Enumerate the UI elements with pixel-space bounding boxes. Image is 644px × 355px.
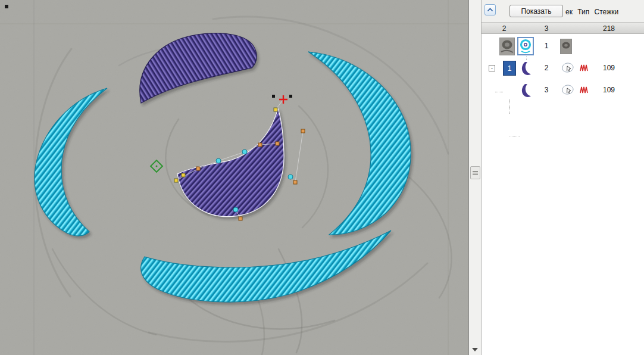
node-point[interactable] [233,207,238,212]
purple-crescent-icon [520,60,534,76]
tree-connector [509,99,510,114]
stitch-count: 109 [598,64,620,72]
total-colors: 2 [491,24,517,33]
control-point[interactable] [239,217,242,220]
scroll-down-arrow[interactable] [472,348,478,351]
object-row-selected[interactable]: - 1 2 [482,58,644,79]
black-dot [272,95,275,98]
stitch-count: 109 [598,86,620,94]
design-canvas-area[interactable] [0,0,468,355]
control-point[interactable] [274,108,277,111]
control-point[interactable] [174,179,178,182]
control-point[interactable] [293,180,297,184]
stitch-type-icon[interactable] [579,63,590,73]
fill-shape-type-icon[interactable] [561,84,574,96]
control-point[interactable] [258,143,262,147]
red-zigzag-icon [579,85,590,95]
row-index: 3 [539,86,554,94]
purple-crescent-icon [520,82,534,98]
control-point[interactable] [276,142,279,145]
tree-connector [509,136,520,136]
embroidery-editor-window: Показать ек Тип Стежки 2 3 218 [0,0,644,355]
control-point[interactable] [182,173,185,177]
objects-table: 1 - 1 [482,34,644,355]
row-index: 1 [539,42,554,50]
design-photo-thumbnail[interactable] [560,39,572,54]
total-objects: 3 [539,24,554,33]
panel-splitter-strip[interactable] [468,0,481,355]
crescent-object-icon[interactable] [520,60,534,76]
control-point[interactable] [196,167,200,170]
node-point[interactable] [288,175,293,179]
design-preview-icon [518,38,533,54]
totals-row: 2 3 218 [482,22,644,34]
design-preview-thumbnail-selected[interactable] [517,37,534,55]
shape-cursor-icon [561,84,574,96]
control-point[interactable] [301,129,305,133]
selected-object-badge[interactable]: 1 [503,61,516,76]
panel-toolbar: Показать ек Тип Стежки [482,0,644,22]
fabric-photo-icon [500,38,514,55]
fabric-photo-thumbnail[interactable] [499,38,515,55]
row-index: 2 [539,64,554,72]
tree-collapse-toggle[interactable]: - [489,65,495,71]
chevron-up-icon [487,8,493,12]
object-row[interactable]: 3 109 [482,80,644,101]
design-group-row[interactable]: 1 [482,36,644,57]
shape-cursor-icon [561,62,574,74]
crescent-object-icon[interactable] [520,82,534,98]
show-button[interactable]: Показать [509,5,563,17]
fill-shape-type-icon[interactable] [561,62,574,74]
canvas-origin-marker [5,5,8,8]
small-photo-icon [561,39,571,54]
objects-panel: Показать ек Тип Стежки 2 3 218 [481,0,644,355]
red-zigzag-icon [579,63,590,73]
collapse-panel-button[interactable] [484,4,496,15]
stitch-type-icon[interactable] [579,85,590,95]
column-headers: ек Тип Стежки [565,8,618,16]
node-point[interactable] [216,158,221,163]
diamond-center-dot [156,166,158,167]
splitter-grip[interactable] [470,166,480,179]
node-point[interactable] [242,150,247,154]
design-canvas[interactable] [0,0,468,355]
black-dot [289,95,292,98]
total-stitches: 218 [595,24,623,33]
